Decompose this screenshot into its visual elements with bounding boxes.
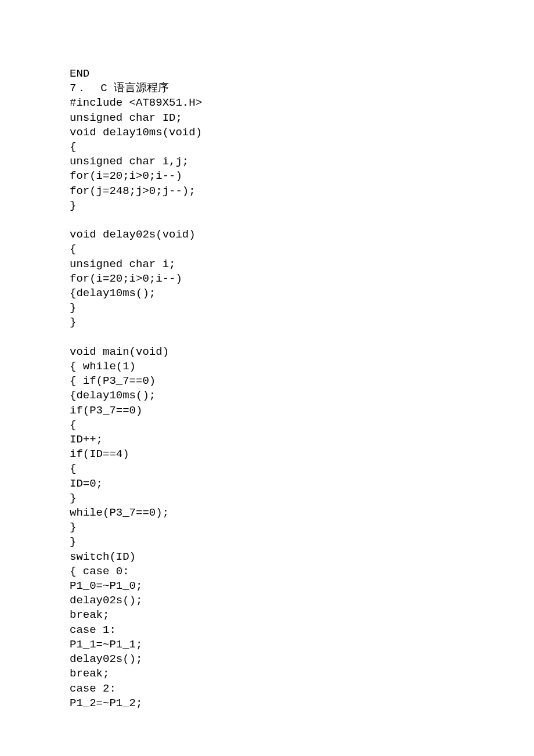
code-line: #include <AT89X51.H> xyxy=(70,96,464,110)
code-line: { xyxy=(70,242,464,257)
code-line: void delay02s(void) xyxy=(70,228,464,242)
code-line: P1_1=~P1_1; xyxy=(70,638,464,652)
code-line: } xyxy=(70,520,464,535)
code-line: if(ID==4) xyxy=(70,447,464,462)
code-line: P1_0=~P1_0; xyxy=(70,579,464,593)
code-line: ID=0; xyxy=(70,477,464,491)
code-line: unsigned char i; xyxy=(70,257,464,272)
blank-line xyxy=(70,213,464,228)
code-line: } xyxy=(70,491,464,506)
code-line: } xyxy=(70,535,464,549)
code-line: { while(1) xyxy=(70,359,464,374)
code-line: break; xyxy=(70,608,464,622)
code-line: delay02s(); xyxy=(70,593,464,608)
code-line: switch(ID) xyxy=(70,550,464,564)
code-line: } xyxy=(70,315,464,330)
code-line: ID++; xyxy=(70,433,464,447)
code-line: 7． C 语言源程序 xyxy=(70,81,464,96)
code-line: for(i=20;i>0;i--) xyxy=(70,169,464,183)
code-line: {delay10ms(); xyxy=(70,388,464,403)
code-line: unsigned char ID; xyxy=(70,111,464,125)
code-line: unsigned char i,j; xyxy=(70,154,464,169)
code-line: delay02s(); xyxy=(70,652,464,667)
code-line: {delay10ms(); xyxy=(70,286,464,301)
code-line: } xyxy=(70,301,464,315)
code-line: END xyxy=(70,67,464,81)
code-line: for(j=248;j>0;j--); xyxy=(70,184,464,199)
code-line: if(P3_7==0) xyxy=(70,404,464,418)
code-line: while(P3_7==0); xyxy=(70,506,464,520)
code-line: P1_2=~P1_2; xyxy=(70,696,464,711)
code-line: case 1: xyxy=(70,623,464,638)
code-line: void main(void) xyxy=(70,345,464,359)
code-line: break; xyxy=(70,667,464,681)
code-line: for(i=20;i>0;i--) xyxy=(70,272,464,286)
code-line: } xyxy=(70,199,464,213)
document-page: END7． C 语言源程序#include <AT89X51.H>unsigne… xyxy=(0,0,464,711)
code-line: { xyxy=(70,140,464,154)
code-line: case 2: xyxy=(70,682,464,696)
code-line: { xyxy=(70,462,464,476)
code-line: { xyxy=(70,418,464,433)
code-line: { if(P3_7==0) xyxy=(70,374,464,388)
code-listing: END7． C 语言源程序#include <AT89X51.H>unsigne… xyxy=(70,67,464,711)
code-line: { case 0: xyxy=(70,564,464,579)
code-line: void delay10ms(void) xyxy=(70,125,464,140)
blank-line xyxy=(70,330,464,345)
